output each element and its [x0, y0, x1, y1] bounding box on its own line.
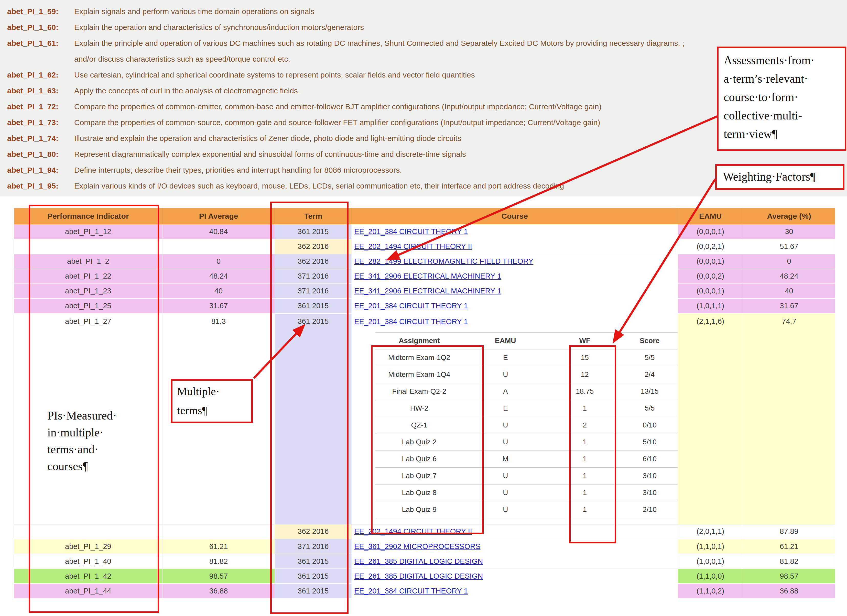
assignment-wf: 12	[547, 366, 622, 383]
course-link[interactable]: EE_361_2902 MICROPROCESSORS	[354, 542, 480, 551]
pi-definition-text: Explain various kinds of I/O devices suc…	[74, 178, 564, 194]
average-cell: 74.7	[743, 313, 835, 525]
assignment-score: 2/4	[622, 366, 677, 383]
assignment-score: 0/10	[622, 417, 677, 433]
pi-definition-text: Illustrate and explain the operation and…	[74, 130, 461, 146]
course-link[interactable]: EE_201_384 CIRCUIT THEORY 1	[354, 317, 468, 326]
course-cell: EE_341_2906 ELECTRICAL MACHINERY 1	[351, 284, 678, 299]
header-term: Term	[275, 208, 351, 224]
course-link[interactable]: EE_341_2906 ELECTRICAL MACHINERY 1	[354, 272, 501, 280]
course-cell: EE_202_1494 CIRCUIT THEORY II	[351, 239, 678, 254]
term-cell: 361 2015	[275, 313, 351, 525]
assignment-wf: 1	[547, 501, 622, 518]
course-cell: EE_261_385 DIGITAL LOGIC DESIGN	[351, 569, 678, 584]
term-cell: 371 2016	[275, 284, 351, 299]
pi-cell: abet_PI_1_2	[14, 254, 162, 269]
table-row: abet_PI_1_44 36.88 361 2015 EE_201_384 C…	[14, 584, 835, 598]
assignment-name: Lab Quiz 8	[375, 484, 463, 501]
course-link[interactable]: EE_341_2906 ELECTRICAL MACHINERY 1	[354, 287, 501, 295]
screenshot-root: abet_PI_1_59:Explain signals and perform…	[0, 0, 847, 616]
pi-average-cell: 61.21	[162, 539, 275, 554]
assignment-wf: 18.75	[547, 383, 622, 400]
pi-cell	[14, 524, 162, 539]
pi-definition-id: abet_PI_1_95:	[7, 178, 74, 194]
course-link[interactable]: EE_202_1494 CIRCUIT THEORY II	[354, 242, 472, 251]
pi-definition: abet_PI_1_59:Explain signals and perform…	[7, 4, 847, 19]
pi-average-cell: 48.24	[162, 269, 275, 284]
assignment-score: 3/10	[622, 467, 677, 484]
course-link[interactable]: EE_261_385 DIGITAL LOGIC DESIGN	[354, 572, 483, 580]
eamu-cell: (1,1,0,1)	[678, 539, 743, 554]
eamu-cell: (1,1,0,2)	[678, 584, 743, 598]
term-cell: 362 2016	[275, 524, 351, 539]
annotation-line: a·term’s·relevant·	[724, 69, 845, 88]
assignment-eamu: U	[463, 366, 547, 383]
header-assignment: Assignment	[375, 332, 463, 349]
annotation-line: terms¶	[177, 401, 251, 420]
pi-cell: abet_PI_1_42	[14, 569, 162, 584]
table-row: abet_PI_1_40 81.82 361 2015 EE_261_385 D…	[14, 554, 835, 569]
course-link[interactable]: EE_202_1494 CIRCUIT THEORY II	[354, 527, 472, 535]
annotation-line: Assessments·from·	[724, 51, 845, 69]
table-row: abet_PI_1_42 98.57 361 2015 EE_261_385 D…	[14, 569, 835, 584]
course-link[interactable]: EE_201_384 CIRCUIT THEORY 1	[354, 302, 468, 310]
table-header-row: Performance Indicator PI Average Term Co…	[14, 208, 835, 224]
assignment-wf: 1	[547, 451, 622, 467]
assignment-row: Lab Quiz 9U12/10	[375, 501, 677, 518]
assignment-eamu: E	[463, 349, 547, 366]
average-cell: 31.67	[743, 299, 835, 313]
average-cell: 40	[743, 284, 835, 299]
assignment-name: Midterm Exam-1Q2	[375, 349, 463, 366]
assignment-eamu: E	[463, 400, 547, 417]
pi-average-cell: 98.57	[162, 569, 275, 584]
term-cell: 361 2015	[275, 554, 351, 569]
term-cell: 362 2016	[275, 254, 351, 269]
header-wf: WF	[547, 332, 622, 349]
pi-cell: abet_PI_1_25	[14, 299, 162, 313]
course-cell: EE_201_384 CIRCUIT THEORY 1	[351, 224, 678, 239]
assignment-wf: 1	[547, 484, 622, 501]
course-link[interactable]: EE_201_384 CIRCUIT THEORY 1	[354, 227, 468, 236]
average-cell: 98.57	[743, 569, 835, 584]
course-cell: EE_202_1494 CIRCUIT THEORY II	[351, 524, 678, 539]
term-cell: 361 2015	[275, 299, 351, 313]
assignment-score: 2/10	[622, 501, 677, 518]
annotation-line: in·multiple·	[47, 424, 139, 441]
pi-average-cell: 40	[162, 284, 275, 299]
assignment-row: Midterm Exam-1Q2E155/5	[375, 349, 677, 366]
course-link[interactable]: EE_261_385 DIGITAL LOGIC DESIGN	[354, 557, 483, 565]
assignment-name: Lab Quiz 7	[375, 467, 463, 484]
course-link[interactable]: EE_201_384 CIRCUIT THEORY 1	[354, 587, 468, 595]
header-assignment-eamu: EAMU	[463, 332, 547, 349]
course-cell: EE_341_2906 ELECTRICAL MACHINERY 1	[351, 269, 678, 284]
assignment-wf: 15	[547, 349, 622, 366]
pi-definition-text: Use cartesian, cylindrical and spherical…	[74, 67, 475, 83]
pi-definition-id: abet_PI_1_63:	[7, 83, 74, 99]
course-link[interactable]: EE_282_1499 ELECTROMAGNETIC FIELD THEORY	[354, 257, 533, 265]
annotation-line: course·to·form·	[724, 88, 845, 106]
course-cell: EE_361_2902 MICROPROCESSORS	[351, 539, 678, 554]
assignment-wf: 1	[547, 433, 622, 451]
term-cell: 371 2016	[275, 539, 351, 554]
term-cell: 361 2015	[275, 569, 351, 584]
eamu-cell: (1,0,1,1)	[678, 299, 743, 313]
table-row: 362 2016 EE_202_1494 CIRCUIT THEORY II (…	[14, 239, 835, 254]
pi-definition-id: abet_PI_1_72:	[7, 99, 74, 115]
assignment-score: 5/5	[622, 400, 677, 417]
pi-definition-id: abet_PI_1_80:	[7, 146, 74, 162]
header-eamu: EAMU	[678, 208, 743, 224]
pi-definition-text: Explain signals and perform various time…	[74, 4, 314, 19]
term-cell: 362 2016	[275, 239, 351, 254]
header-performance-indicator: Performance Indicator	[14, 208, 162, 224]
course-cell: EE_201_384 CIRCUIT THEORY 1	[351, 584, 678, 598]
table-row: abet_PI_1_23 40 371 2016 EE_341_2906 ELE…	[14, 284, 835, 299]
eamu-cell: (0,0,2,1)	[678, 239, 743, 254]
assignment-eamu: U	[463, 484, 547, 501]
eamu-cell: (0,0,0,1)	[678, 254, 743, 269]
pi-definition: abet_PI_1_60:Explain the operation and c…	[7, 19, 847, 35]
eamu-cell: (0,0,0,1)	[678, 224, 743, 239]
pi-cell: abet_PI_1_23	[14, 284, 162, 299]
assignment-eamu: U	[463, 467, 547, 484]
term-cell: 361 2015	[275, 584, 351, 598]
eamu-cell: (0,0,0,1)	[678, 284, 743, 299]
